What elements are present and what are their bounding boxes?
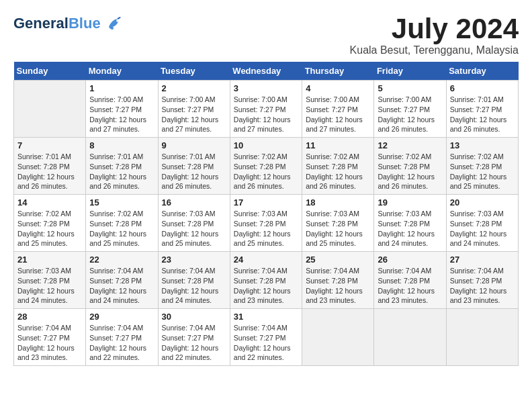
header-saturday: Saturday [446, 62, 518, 81]
day-info: Sunrise: 7:04 AM Sunset: 7:28 PM Dayligh… [89, 266, 154, 306]
day-number: 22 [89, 255, 154, 265]
day-number: 4 [306, 83, 370, 93]
day-info: Sunrise: 7:04 AM Sunset: 7:27 PM Dayligh… [17, 323, 82, 363]
calendar-cell: 25Sunrise: 7:04 AM Sunset: 7:28 PM Dayli… [302, 252, 374, 309]
logo-general: General [13, 15, 69, 32]
day-number: 15 [89, 197, 154, 208]
calendar-week-row: 7Sunrise: 7:01 AM Sunset: 7:28 PM Daylig… [14, 138, 519, 195]
day-info: Sunrise: 7:03 AM Sunset: 7:28 PM Dayligh… [17, 266, 82, 306]
day-number: 19 [378, 197, 442, 208]
day-number: 16 [162, 197, 226, 208]
day-number: 29 [89, 312, 154, 322]
calendar-cell: 8Sunrise: 7:01 AM Sunset: 7:28 PM Daylig… [86, 138, 158, 195]
day-info: Sunrise: 7:03 AM Sunset: 7:28 PM Dayligh… [378, 209, 442, 248]
calendar-cell: 24Sunrise: 7:04 AM Sunset: 7:28 PM Dayli… [230, 252, 302, 309]
day-number: 10 [234, 140, 298, 150]
calendar-cell: 16Sunrise: 7:03 AM Sunset: 7:28 PM Dayli… [158, 195, 230, 252]
day-number: 12 [378, 140, 442, 150]
calendar-cell: 7Sunrise: 7:01 AM Sunset: 7:28 PM Daylig… [14, 138, 86, 195]
calendar-cell [14, 81, 86, 138]
location-subtitle: Kuala Besut, Terengganu, Malaysia [350, 44, 519, 56]
day-info: Sunrise: 7:02 AM Sunset: 7:28 PM Dayligh… [378, 152, 442, 191]
day-info: Sunrise: 7:04 AM Sunset: 7:28 PM Dayligh… [162, 266, 226, 306]
calendar-cell: 1Sunrise: 7:00 AM Sunset: 7:27 PM Daylig… [86, 81, 158, 138]
day-number: 27 [450, 255, 515, 265]
logo-blue: Blue [69, 15, 101, 32]
calendar-cell: 21Sunrise: 7:03 AM Sunset: 7:28 PM Dayli… [14, 252, 86, 309]
header-monday: Monday [86, 62, 158, 81]
calendar-cell: 31Sunrise: 7:04 AM Sunset: 7:27 PM Dayli… [230, 309, 302, 366]
day-number: 3 [234, 83, 298, 93]
calendar-cell: 27Sunrise: 7:04 AM Sunset: 7:28 PM Dayli… [446, 252, 518, 309]
calendar-cell: 4Sunrise: 7:00 AM Sunset: 7:27 PM Daylig… [302, 81, 374, 138]
day-info: Sunrise: 7:04 AM Sunset: 7:28 PM Dayligh… [306, 266, 370, 306]
day-info: Sunrise: 7:00 AM Sunset: 7:27 PM Dayligh… [306, 95, 370, 134]
calendar-week-row: 21Sunrise: 7:03 AM Sunset: 7:28 PM Dayli… [14, 252, 519, 309]
day-info: Sunrise: 7:00 AM Sunset: 7:27 PM Dayligh… [234, 95, 298, 134]
day-info: Sunrise: 7:01 AM Sunset: 7:28 PM Dayligh… [89, 152, 154, 191]
day-info: Sunrise: 7:00 AM Sunset: 7:27 PM Dayligh… [89, 95, 154, 134]
day-info: Sunrise: 7:02 AM Sunset: 7:28 PM Dayligh… [450, 152, 515, 191]
calendar-cell: 6Sunrise: 7:01 AM Sunset: 7:27 PM Daylig… [446, 81, 518, 138]
day-number: 26 [378, 255, 442, 265]
day-info: Sunrise: 7:02 AM Sunset: 7:28 PM Dayligh… [89, 209, 154, 248]
calendar-cell: 26Sunrise: 7:04 AM Sunset: 7:28 PM Dayli… [374, 252, 446, 309]
calendar-cell: 14Sunrise: 7:02 AM Sunset: 7:28 PM Dayli… [14, 195, 86, 252]
calendar-week-row: 28Sunrise: 7:04 AM Sunset: 7:27 PM Dayli… [14, 309, 519, 366]
calendar-cell: 2Sunrise: 7:00 AM Sunset: 7:27 PM Daylig… [158, 81, 230, 138]
day-number: 5 [378, 83, 442, 93]
day-info: Sunrise: 7:00 AM Sunset: 7:27 PM Dayligh… [378, 95, 442, 134]
calendar-cell: 5Sunrise: 7:00 AM Sunset: 7:27 PM Daylig… [374, 81, 446, 138]
day-info: Sunrise: 7:04 AM Sunset: 7:28 PM Dayligh… [378, 266, 442, 306]
day-info: Sunrise: 7:04 AM Sunset: 7:27 PM Dayligh… [89, 323, 154, 363]
day-info: Sunrise: 7:01 AM Sunset: 7:28 PM Dayligh… [17, 152, 82, 191]
page-header: GeneralBlue July 2024 Kuala Besut, Teren… [13, 13, 519, 56]
logo-bird-icon [103, 13, 124, 34]
day-info: Sunrise: 7:01 AM Sunset: 7:27 PM Dayligh… [450, 95, 515, 134]
day-number: 28 [17, 312, 82, 322]
calendar-cell: 20Sunrise: 7:03 AM Sunset: 7:28 PM Dayli… [446, 195, 518, 252]
calendar-cell: 10Sunrise: 7:02 AM Sunset: 7:28 PM Dayli… [230, 138, 302, 195]
calendar-cell: 22Sunrise: 7:04 AM Sunset: 7:28 PM Dayli… [86, 252, 158, 309]
day-number: 18 [306, 197, 370, 208]
calendar-cell: 17Sunrise: 7:03 AM Sunset: 7:28 PM Dayli… [230, 195, 302, 252]
day-number: 23 [162, 255, 226, 265]
day-number: 20 [450, 197, 515, 208]
day-number: 24 [234, 255, 298, 265]
day-number: 25 [306, 255, 370, 265]
day-info: Sunrise: 7:04 AM Sunset: 7:27 PM Dayligh… [234, 323, 298, 363]
header-thursday: Thursday [302, 62, 374, 81]
day-number: 7 [17, 140, 82, 150]
day-info: Sunrise: 7:02 AM Sunset: 7:28 PM Dayligh… [234, 152, 298, 191]
calendar-cell: 29Sunrise: 7:04 AM Sunset: 7:27 PM Dayli… [86, 309, 158, 366]
calendar-cell: 19Sunrise: 7:03 AM Sunset: 7:28 PM Dayli… [374, 195, 446, 252]
day-info: Sunrise: 7:04 AM Sunset: 7:27 PM Dayligh… [162, 323, 226, 363]
calendar-cell: 11Sunrise: 7:02 AM Sunset: 7:28 PM Dayli… [302, 138, 374, 195]
day-number: 30 [162, 312, 226, 322]
day-number: 13 [450, 140, 515, 150]
day-number: 11 [306, 140, 370, 150]
day-info: Sunrise: 7:04 AM Sunset: 7:28 PM Dayligh… [234, 266, 298, 306]
calendar-cell: 12Sunrise: 7:02 AM Sunset: 7:28 PM Dayli… [374, 138, 446, 195]
header-friday: Friday [374, 62, 446, 81]
day-info: Sunrise: 7:00 AM Sunset: 7:27 PM Dayligh… [162, 95, 226, 134]
header-wednesday: Wednesday [230, 62, 302, 81]
calendar-cell: 13Sunrise: 7:02 AM Sunset: 7:28 PM Dayli… [446, 138, 518, 195]
calendar-week-row: 1Sunrise: 7:00 AM Sunset: 7:27 PM Daylig… [14, 81, 519, 138]
day-info: Sunrise: 7:01 AM Sunset: 7:28 PM Dayligh… [162, 152, 226, 191]
day-number: 17 [234, 197, 298, 208]
day-number: 2 [162, 83, 226, 93]
day-info: Sunrise: 7:02 AM Sunset: 7:28 PM Dayligh… [17, 209, 82, 248]
header-tuesday: Tuesday [158, 62, 230, 81]
calendar-table: SundayMondayTuesdayWednesdayThursdayFrid… [13, 62, 519, 366]
day-info: Sunrise: 7:02 AM Sunset: 7:28 PM Dayligh… [306, 152, 370, 191]
calendar-cell: 3Sunrise: 7:00 AM Sunset: 7:27 PM Daylig… [230, 81, 302, 138]
day-info: Sunrise: 7:03 AM Sunset: 7:28 PM Dayligh… [162, 209, 226, 248]
day-info: Sunrise: 7:04 AM Sunset: 7:28 PM Dayligh… [450, 266, 515, 306]
calendar-cell: 18Sunrise: 7:03 AM Sunset: 7:28 PM Dayli… [302, 195, 374, 252]
day-info: Sunrise: 7:03 AM Sunset: 7:28 PM Dayligh… [234, 209, 298, 248]
day-number: 6 [450, 83, 515, 93]
day-number: 31 [234, 312, 298, 322]
calendar-cell [302, 309, 374, 366]
day-info: Sunrise: 7:03 AM Sunset: 7:28 PM Dayligh… [450, 209, 515, 248]
